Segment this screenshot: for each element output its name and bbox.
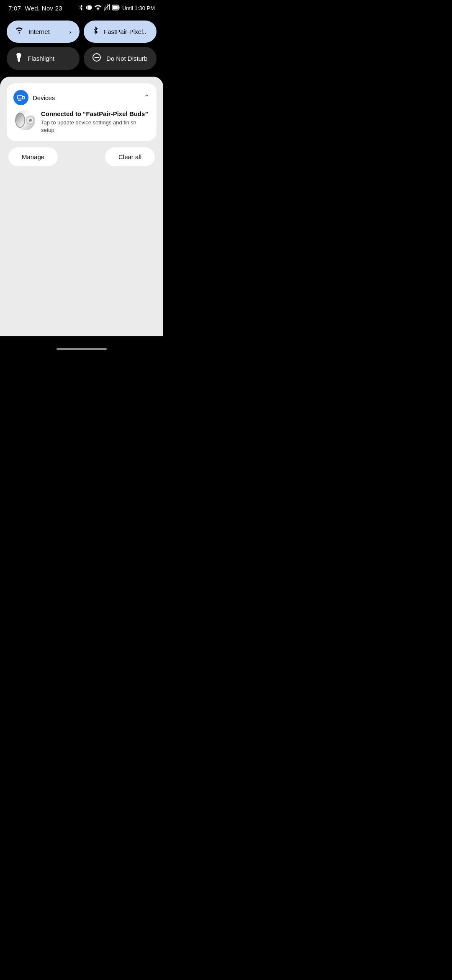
svg-rect-6 — [113, 6, 118, 10]
svg-line-3 — [104, 5, 109, 10]
chevron-up-icon[interactable]: ⌃ — [144, 93, 150, 102]
svg-point-21 — [28, 118, 30, 120]
wifi-icon — [95, 5, 101, 12]
qs-tile-dnd[interactable]: Do Not Disturb — [84, 47, 157, 70]
bluetooth-icon — [78, 4, 84, 12]
dnd-tile-label: Do Not Disturb — [106, 55, 147, 62]
svg-rect-10 — [18, 61, 20, 62]
action-buttons: Manage Clear all — [7, 147, 157, 166]
notification-text: Connected to “FastPair-Pixel Buds” Tap t… — [41, 110, 150, 134]
notification-content: Connected to “FastPair-Pixel Buds” Tap t… — [13, 110, 150, 134]
qs-tile-internet[interactable]: Internet › — [7, 21, 80, 43]
svg-rect-0 — [87, 5, 91, 10]
svg-rect-9 — [18, 58, 20, 61]
notification-section-title: Devices — [33, 94, 55, 101]
bluetooth-qs-icon — [92, 26, 99, 37]
fastpair-tile-label: FastPair-Pixel.. — [104, 28, 146, 35]
device-image — [15, 110, 35, 130]
qs-tile-flashlight[interactable]: Flashlight — [7, 47, 80, 70]
svg-rect-14 — [22, 97, 24, 99]
status-time-date: 7:07 Wed, Nov 23 — [8, 5, 62, 12]
dnd-qs-icon — [92, 53, 101, 64]
svg-rect-2 — [91, 6, 92, 9]
notification-header: Devices ⌃ — [13, 90, 150, 105]
svg-rect-13 — [18, 95, 23, 99]
status-time: 7:07 — [8, 5, 21, 12]
internet-chevron-icon: › — [69, 28, 71, 35]
status-date: Wed, Nov 23 — [25, 5, 62, 12]
flashlight-tile-label: Flashlight — [28, 55, 54, 62]
svg-rect-7 — [17, 53, 21, 54]
vibrate-icon — [86, 4, 92, 12]
nav-bar-handle — [56, 348, 107, 350]
internet-tile-label: Internet — [28, 28, 50, 35]
flashlight-qs-icon — [15, 53, 23, 64]
signal-icon — [104, 4, 110, 12]
manage-button[interactable]: Manage — [8, 147, 58, 166]
qs-tile-fastpair[interactable]: FastPair-Pixel.. — [84, 21, 157, 43]
svg-rect-5 — [118, 6, 119, 9]
wifi-qs-icon — [15, 27, 23, 36]
notification-panel: Devices ⌃ Connected to “FastPair-Pixel B… — [0, 77, 163, 336]
notification-card-title: Connected to “FastPair-Pixel Buds” — [41, 110, 150, 117]
status-until: Until 1:30 PM — [122, 5, 155, 11]
notification-header-left: Devices — [13, 90, 55, 105]
quick-settings: Internet › FastPair-Pixel.. Flashlight — [0, 15, 163, 77]
notification-card-body: Tap to update device settings and finish… — [41, 119, 150, 134]
svg-rect-1 — [86, 6, 87, 9]
status-bar: 7:07 Wed, Nov 23 — [0, 0, 163, 15]
clear-all-button[interactable]: Clear all — [105, 147, 155, 166]
notification-card[interactable]: Devices ⌃ Connected to “FastPair-Pixel B… — [7, 83, 157, 141]
status-icons: Until 1:30 PM — [78, 4, 155, 12]
svg-marker-8 — [16, 54, 21, 58]
battery-icon — [112, 5, 120, 12]
devices-icon — [13, 90, 28, 105]
